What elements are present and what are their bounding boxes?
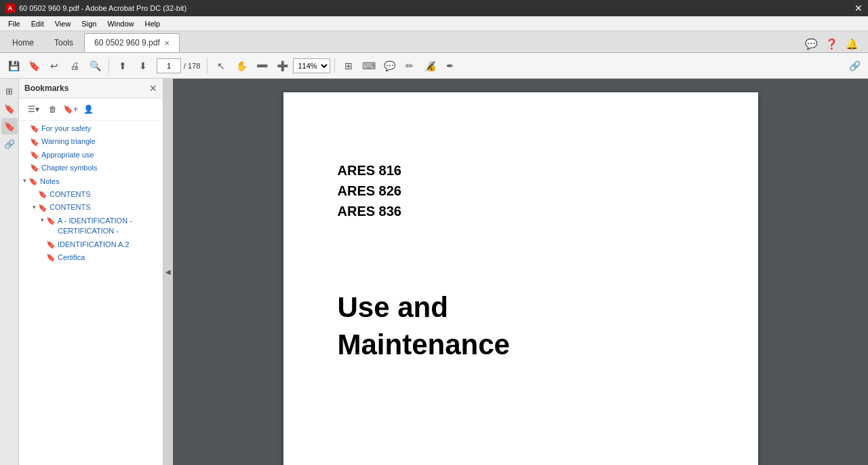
pdf-subtitle-line-1: Use and [338, 289, 704, 327]
bm-delete-button[interactable]: 🗑 [45, 101, 61, 117]
bookmark-label: CONTENTS [50, 202, 91, 212]
tab-home[interactable]: Home [3, 33, 43, 52]
tab-tools[interactable]: Tools [45, 33, 83, 52]
bookmarks-close-button[interactable]: ✕ [149, 83, 157, 94]
bm-properties-button[interactable]: 👤 [80, 101, 96, 117]
left-icon-links[interactable]: 🔗 [1, 136, 18, 152]
menu-window[interactable]: Window [102, 18, 139, 29]
zoom-in-button[interactable]: ➕ [273, 56, 292, 75]
model-line-3: ARES 836 [338, 201, 704, 221]
link-button[interactable]: 🔗 [845, 56, 864, 75]
print-button[interactable]: 🖨 [65, 56, 84, 75]
model-line-1: ARES 816 [338, 160, 704, 181]
toolbar: 💾 🔖 ↩ 🖨 🔍 ⬆ ⬇ / 178 ↖ ✋ ➖ ➕ 50%75%100%11… [0, 53, 868, 79]
close-window-button[interactable]: ✕ [854, 3, 863, 14]
bookmark-label: IDENTIFICATION A.2 [58, 240, 130, 250]
bookmark-icon: 🔖 [38, 203, 47, 212]
bookmark-label: Chapter symbols [41, 163, 98, 173]
bookmarks-header: Bookmarks ✕ [19, 79, 163, 98]
toolbar-divider-1 [108, 58, 109, 73]
bookmark-icon: 🔖 [38, 190, 47, 200]
bookmark-chapter-symbols[interactable]: 🔖 Chapter symbols [19, 162, 163, 174]
bookmark-label: For your safety [41, 124, 91, 134]
bookmark-label: Certifica [58, 253, 85, 263]
bookmark-for-your-safety[interactable]: 🔖 For your safety [19, 122, 163, 135]
comment-button[interactable]: 💬 [380, 56, 399, 75]
hand-tool-button[interactable]: ✋ [232, 56, 251, 75]
bookmark-icon: 🔖 [30, 164, 39, 173]
zoom-select[interactable]: 50%75%100%114%125%150%200% [293, 58, 330, 73]
bookmark-label: A - IDENTIFICATION - CERTIFICATION - [58, 216, 160, 237]
bookmark-identification-a2[interactable]: 🔖 IDENTIFICATION A.2 [19, 238, 163, 251]
left-panel-icons: ⊞ 🔖 🔖 🔗 [0, 79, 19, 465]
bookmark-icon: 🔖 [30, 137, 39, 147]
bookmark-notes[interactable]: ▾ 🔖 Notes [19, 175, 163, 188]
pdf-content: ARES 816 ARES 826 ARES 836 Use and Maint… [338, 133, 704, 363]
tab-bar: Home Tools 60 0502 960 9.pdf ✕ 💬 ❓ 🔔 [0, 31, 868, 53]
tab-close-button[interactable]: ✕ [164, 39, 170, 47]
bookmark-label: Appropriate use [41, 150, 94, 160]
page-navigation: / 178 [157, 58, 200, 73]
top-right-toolbar: 💬 ❓ 🔔 [803, 36, 865, 52]
menu-bar: File Edit View Sign Window Help [0, 16, 868, 31]
bookmark-label: Notes [40, 176, 60, 187]
sign-button[interactable]: ✒ [441, 56, 460, 75]
pdf-subtitle-line-2: Maintenance [338, 327, 704, 364]
bookmark-certifica[interactable]: 🔖 Certifica [19, 251, 163, 264]
bm-new-child-button[interactable]: 🔖+ [62, 101, 79, 117]
left-icon-bookmark-active[interactable]: 🔖 [1, 118, 18, 134]
next-page-button[interactable]: ⬇ [134, 56, 153, 75]
help-icon[interactable]: ❓ [823, 36, 840, 52]
bookmark-a-identification[interactable]: ▾ 🔖 A - IDENTIFICATION - CERTIFICATION - [19, 215, 163, 238]
bm-options-button[interactable]: ☰▾ [23, 101, 43, 117]
select-tool-button[interactable]: ↖ [212, 56, 231, 75]
bookmarks-title: Bookmarks [24, 83, 68, 93]
notification-icon[interactable]: 🔔 [844, 36, 860, 52]
left-icon-bookmarks[interactable]: 🔖 [1, 100, 18, 117]
bookmark-appropriate-use[interactable]: 🔖 Appropriate use [19, 149, 163, 162]
menu-view[interactable]: View [50, 18, 77, 29]
bookmark-icon: 🔖 [30, 124, 39, 134]
fit-page-button[interactable]: ⊞ [339, 56, 358, 75]
collapse-notes-arrow[interactable]: ▾ [20, 176, 28, 186]
menu-file[interactable]: File [3, 18, 26, 29]
toolbar-divider-3 [334, 58, 335, 73]
bookmarks-list: 🔖 For your safety 🔖 Warning triangle 🔖 A… [19, 121, 163, 465]
bookmark-contents-2[interactable]: ▾ 🔖 CONTENTS [19, 201, 163, 214]
zoom-out-button[interactable]: ➖ [252, 56, 271, 75]
toolbar-right: 🔗 [845, 56, 864, 75]
title-bar-left: A 60 0502 960 9.pdf - Adobe Acrobat Pro … [5, 3, 186, 13]
tab-file[interactable]: 60 0502 960 9.pdf ✕ [84, 33, 180, 52]
rotate-button[interactable]: ↩ [45, 56, 64, 75]
panel-collapse-button[interactable]: ◀ [163, 79, 173, 465]
bookmark-icon: 🔖 [28, 177, 38, 187]
collapse-a-id-arrow[interactable]: ▾ [38, 216, 46, 225]
page-input[interactable] [157, 58, 181, 73]
bookmark-contents-1[interactable]: 🔖 CONTENTS [19, 188, 163, 201]
comment-icon[interactable]: 💬 [803, 36, 819, 52]
bookmark-warning-triangle[interactable]: 🔖 Warning triangle [19, 135, 163, 148]
prev-page-button[interactable]: ⬆ [113, 56, 132, 75]
bookmark-label: Warning triangle [41, 136, 96, 147]
stamp-button[interactable]: 🔏 [420, 56, 439, 75]
left-icon-tools[interactable]: ⊞ [1, 83, 18, 99]
bookmark-icon: 🔖 [46, 253, 56, 263]
pdf-page: ARES 816 ARES 826 ARES 836 Use and Maint… [283, 92, 758, 465]
window-title: 60 0502 960 9.pdf - Adobe Acrobat Pro DC… [19, 4, 186, 12]
pdf-subtitle-block: Use and Maintenance [338, 289, 704, 363]
menu-edit[interactable]: Edit [26, 18, 50, 29]
bookmark-icon: 🔖 [46, 217, 56, 226]
bookmark-add-button[interactable]: 🔖 [24, 56, 43, 75]
bookmarks-toolbar: ☰▾ 🗑 🔖+ 👤 [19, 98, 163, 121]
highlight-button[interactable]: ✏ [400, 56, 419, 75]
save-button[interactable]: 💾 [4, 56, 23, 75]
search-button[interactable]: 🔍 [85, 56, 104, 75]
collapse-contents2-arrow[interactable]: ▾ [30, 202, 38, 212]
menu-sign[interactable]: Sign [76, 18, 102, 29]
marquee-zoom-button[interactable]: ⌨ [359, 56, 378, 75]
menu-help[interactable]: Help [140, 18, 166, 29]
pdf-viewer-area[interactable]: ARES 816 ARES 826 ARES 836 Use and Maint… [173, 79, 868, 465]
bookmarks-panel: Bookmarks ✕ ☰▾ 🗑 🔖+ 👤 🔖 For your safety … [19, 79, 163, 465]
title-bar: A 60 0502 960 9.pdf - Adobe Acrobat Pro … [0, 0, 868, 16]
bookmark-icon: 🔖 [46, 240, 56, 250]
